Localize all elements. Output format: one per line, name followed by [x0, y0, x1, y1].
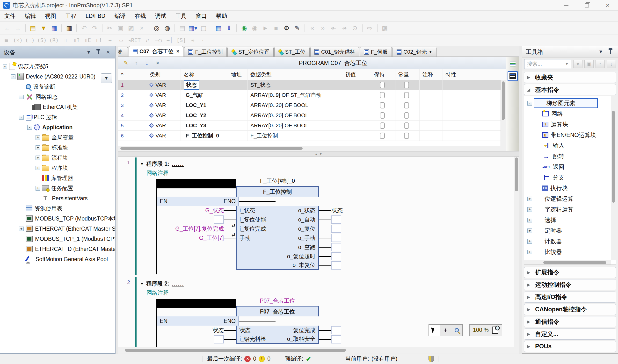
tree-expander[interactable] [527, 250, 532, 254]
open-icon[interactable]: ▼ [39, 23, 48, 33]
toolbox-add-button[interactable]: ▣ [584, 60, 594, 68]
document-tab[interactable]: C02_铝壳 ▼ [392, 47, 436, 56]
device-tree-item[interactable]: 资源使用表 [0, 203, 115, 214]
ladder-network-2[interactable]: 2 程序段 2: ...... 网络注释 P07_合芯工位 F07_合芯工位 [118, 276, 519, 347]
cut-icon[interactable]: ✂ [105, 23, 115, 33]
output-operand[interactable]: 状态 [332, 207, 343, 214]
col-name[interactable]: 名称 [181, 69, 228, 80]
table-row[interactable]: 3 VAR LOC_Y1 ARRAY[0..20] OF BOOL [118, 100, 506, 110]
comment-cell[interactable] [420, 90, 443, 100]
left-splitter[interactable] [116, 46, 118, 354]
build-icon[interactable]: ▦▾ [188, 23, 198, 33]
attributes-cell[interactable] [443, 131, 506, 141]
constant-checkbox[interactable] [404, 92, 409, 98]
copy-icon[interactable]: ▣ [116, 23, 125, 33]
device-tree-item[interactable]: 标准块 [0, 143, 115, 153]
constant-checkbox[interactable] [404, 82, 409, 88]
sep[interactable] [377, 24, 377, 32]
ld-toolbar-icon[interactable]: (R) [49, 36, 59, 45]
retain-cell[interactable] [371, 131, 395, 141]
table-row[interactable]: 5 VAR LOC_Y3 ARRAY[0..20] OF BOOL [118, 120, 506, 131]
col-constant[interactable]: 常量 [395, 69, 420, 80]
tree-expander[interactable] [527, 239, 532, 244]
comment-cell[interactable] [420, 80, 443, 90]
flag-icon[interactable]: ▩ [380, 23, 390, 33]
fb-title[interactable]: F07_合芯工位 [236, 306, 319, 316]
minimize-button[interactable] [556, 0, 577, 10]
jump-back-icon[interactable]: ↞ [329, 23, 338, 33]
document-tab[interactable]: F_工位控制 [184, 47, 227, 56]
tree-expander[interactable] [19, 227, 24, 231]
attributes-cell[interactable] [443, 120, 506, 130]
fb-body[interactable]: i_状态 o_状态 [236, 206, 319, 215]
col-datatype[interactable]: 数据类型 [247, 69, 342, 80]
stop-icon[interactable]: ■ [271, 23, 281, 33]
network-header[interactable]: 程序段 2: ...... [140, 279, 519, 288]
sep[interactable] [305, 24, 305, 32]
toolbox-item[interactable]: 字逻辑运算 [524, 204, 616, 215]
datatype-cell[interactable]: ST_状态 [247, 80, 342, 90]
retain-cell[interactable] [371, 100, 395, 110]
find-icon[interactable]: ◎ [152, 23, 161, 33]
col-kind[interactable]: 类别 [147, 69, 181, 80]
datatype-cell[interactable]: ARRAY[0..20] OF BOOL [247, 110, 342, 120]
toolbox-section[interactable]: ▶ 运动控制指令 [524, 279, 616, 290]
back-icon[interactable]: ← [2, 23, 12, 33]
empty-operand-box[interactable] [214, 335, 224, 343]
sep[interactable] [175, 24, 175, 32]
ld-toolbar-icon[interactable]: ▯ [61, 36, 70, 45]
ladder-vscrollbar[interactable] [514, 156, 519, 347]
address-cell[interactable] [228, 100, 247, 110]
menu-item[interactable]: 视图 [45, 12, 56, 20]
device-tree-item[interactable]: Application [0, 122, 115, 132]
input-operand[interactable]: 状态 [213, 326, 224, 334]
col-attributes[interactable]: 特性 [443, 69, 506, 80]
constant-cell[interactable] [395, 110, 420, 120]
retain-cell[interactable] [371, 110, 395, 120]
input-operand[interactable]: G_状态 [205, 207, 224, 214]
sep[interactable] [362, 24, 363, 32]
insert-variable-icon[interactable]: ✎ [120, 60, 131, 66]
fb-body[interactable]: EN ENO [156, 197, 239, 206]
splitter-up-icon[interactable]: ▲ [315, 152, 318, 156]
ladder-network-1[interactable]: 1 程序段 1: ...... 网络注释 F_工位控制_0 F_工位控制 [118, 156, 519, 276]
device-tree-item[interactable]: SoftMotion General Axis Pool [0, 254, 115, 264]
step-icon[interactable]: ⇨ [365, 23, 375, 33]
constant-checkbox[interactable] [404, 122, 409, 129]
toolbox-section[interactable]: ▶ 自定义... [524, 328, 616, 340]
toolbox-section[interactable]: ▶ 高速I/O指令 [524, 292, 616, 303]
sep[interactable] [76, 24, 77, 32]
toolbox-item[interactable]: E 带EN/ENO运算块 [524, 130, 616, 140]
device-tree-item[interactable]: 任务配置 [0, 183, 115, 193]
toolbox-item[interactable]: 选择 [524, 215, 616, 225]
menu-item[interactable]: 文件 [4, 12, 15, 20]
run-icon[interactable]: ► [261, 23, 270, 33]
edit-online-icon[interactable]: ✎ [293, 23, 302, 33]
comment-cell[interactable] [420, 131, 443, 141]
ld-toolbar-icon[interactable]: ▦ [2, 36, 11, 45]
empty-operand-box[interactable] [331, 335, 341, 343]
tree-expander[interactable] [36, 156, 40, 160]
compile-list-icon[interactable]: ▤ [177, 23, 187, 33]
retain-cell[interactable] [371, 80, 395, 90]
document-tab[interactable]: C07_合芯工位 × [129, 46, 183, 56]
menu-item[interactable]: 帮助 [216, 12, 227, 20]
fb-title[interactable]: F_工位控制 [236, 186, 319, 197]
initvalue-cell[interactable] [342, 80, 371, 90]
constant-cell[interactable] [395, 80, 420, 90]
toolbox-item[interactable]: 定时器 [524, 225, 616, 236]
address-cell[interactable] [228, 120, 247, 130]
col-comment[interactable]: 注释 [420, 69, 443, 80]
section-favorites[interactable]: ▶ 收藏夹 [524, 72, 616, 83]
check-icon[interactable]: ▦ [214, 23, 223, 33]
toolbox-item[interactable]: 分支 [524, 172, 616, 183]
toolbox-up-button[interactable]: ↑ [595, 60, 605, 68]
kind-cell[interactable]: VAR [147, 90, 181, 100]
fb-body[interactable]: 手动 o_手动 [236, 233, 319, 243]
decl-ladder-splitter[interactable]: ▲▼ [118, 151, 519, 156]
tree-expander[interactable] [36, 166, 40, 170]
tree-expander[interactable] [36, 186, 40, 191]
datatype-cell[interactable]: ARRAY[0..20] OF BOOL [247, 120, 342, 130]
document-tab[interactable]: ST_定位位置 [228, 47, 273, 56]
device-tree-item[interactable]: 程序块 [0, 163, 115, 173]
